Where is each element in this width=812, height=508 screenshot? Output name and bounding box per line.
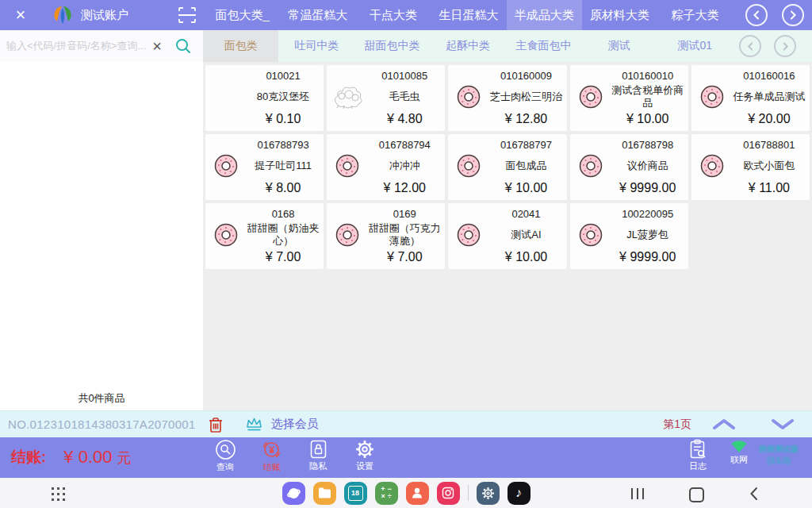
search-input[interactable]: 输入<代码/拼音码/名称>查询... bbox=[0, 39, 151, 53]
product-code: 0168 bbox=[272, 206, 295, 220]
product-code: 010160016 bbox=[743, 67, 795, 82]
category-tab-label: 面包大类_ bbox=[215, 8, 269, 23]
back-nav-icon[interactable] bbox=[749, 487, 758, 501]
product-code: 010160009 bbox=[500, 67, 552, 82]
subcategory-tab-label: 起酥中类 bbox=[446, 39, 490, 53]
product-card[interactable]: 016788798 议价商品 ¥ 9999.00 bbox=[570, 134, 688, 200]
product-card[interactable]: 016788793 提子吐司111 ¥ 8.00 bbox=[205, 134, 324, 200]
product-card[interactable]: 0168 甜甜圈（奶油夹心） ¥ 7.00 bbox=[205, 203, 324, 269]
crown-icon bbox=[245, 417, 263, 432]
product-card[interactable]: 02041 测试AI ¥ 10.00 bbox=[448, 203, 566, 269]
recents-nav-icon[interactable] bbox=[631, 488, 644, 499]
product-code: 016788794 bbox=[379, 137, 431, 151]
category-tab[interactable]: 粽子大类 bbox=[657, 0, 733, 30]
app-drawer-icon[interactable] bbox=[51, 487, 66, 502]
log-button[interactable]: 日志 bbox=[680, 439, 715, 472]
product-code: 016788798 bbox=[622, 137, 673, 151]
query-button[interactable]: 查询 bbox=[205, 439, 246, 473]
product-price: ¥ 10.00 bbox=[505, 250, 547, 267]
product-card[interactable]: 01010085 毛毛虫 ¥ 4.80 bbox=[327, 65, 445, 131]
subcategory-tab-label: 吐司中类 bbox=[294, 39, 339, 53]
calendar-app-icon[interactable]: 18 bbox=[344, 482, 367, 505]
select-member-button[interactable]: 选择会员 bbox=[245, 417, 319, 432]
product-card[interactable]: 010160009 芝士肉松三明治 ¥ 12.80 bbox=[448, 65, 566, 131]
settle-button[interactable]: 结账 bbox=[251, 439, 293, 473]
subcategory-tab[interactable]: 测试01 bbox=[657, 30, 733, 62]
product-name: 芝士肉松三明治 bbox=[490, 90, 562, 103]
product-name: 议价商品 bbox=[627, 160, 668, 172]
cart-panel: 共0件商品 bbox=[0, 62, 203, 410]
product-code: 01010085 bbox=[381, 67, 427, 82]
category-tab[interactable]: 面包大类_ bbox=[205, 0, 280, 30]
subcategory-next-icon[interactable] bbox=[774, 35, 796, 57]
cart-item-count: 共0件商品 bbox=[0, 391, 203, 406]
account-name: 测试账户 bbox=[81, 8, 128, 23]
search-bar: 输入<代码/拼音码/名称>查询... × bbox=[0, 30, 203, 62]
settings-button[interactable]: 设置 bbox=[344, 439, 385, 473]
subcategory-tab[interactable]: 吐司中类 bbox=[278, 30, 354, 62]
product-card[interactable]: 016788801 欧式小面包 ¥ 11.00 bbox=[691, 134, 810, 200]
device-settings-app-icon[interactable] bbox=[477, 482, 500, 505]
product-price: ¥ 12.00 bbox=[384, 181, 426, 198]
category-tab[interactable]: 常温蛋糕大 bbox=[280, 0, 355, 30]
product-image bbox=[329, 152, 366, 183]
subcategory-tab[interactable]: 甜面包中类 bbox=[354, 30, 430, 62]
clear-search-icon[interactable]: × bbox=[152, 38, 162, 54]
browser-app-icon[interactable] bbox=[282, 482, 305, 505]
product-price: ¥ 7.00 bbox=[266, 250, 301, 267]
files-app-icon[interactable] bbox=[313, 482, 336, 505]
product-price: ¥ 8.00 bbox=[266, 181, 301, 198]
product-card[interactable]: 0169 甜甜圈（巧克力薄脆） ¥ 7.00 bbox=[327, 203, 445, 269]
product-name: 欧式小面包 bbox=[743, 160, 795, 172]
product-card[interactable]: 010160010 测试含税单价商品 ¥ 10.00 bbox=[570, 65, 688, 131]
subcategory-tab-label: 测试 bbox=[608, 39, 630, 53]
category-tab[interactable]: 干点大类 bbox=[355, 0, 431, 30]
product-image bbox=[329, 221, 366, 252]
category-prev-icon[interactable] bbox=[745, 4, 768, 26]
product-image bbox=[329, 84, 366, 113]
product-image bbox=[208, 221, 244, 252]
close-icon[interactable]: × bbox=[0, 0, 41, 30]
subcategory-tab[interactable]: 起酥中类 bbox=[430, 30, 505, 62]
category-tab[interactable]: 生日蛋糕大 bbox=[431, 0, 506, 30]
product-price: ¥ 10.00 bbox=[626, 112, 668, 129]
product-name: 甜甜圈（奶油夹心） bbox=[244, 222, 322, 247]
calculator-app-icon[interactable]: +− ×÷ bbox=[375, 482, 398, 505]
page-down-icon[interactable] bbox=[771, 418, 795, 430]
checkout-label: 结账: bbox=[11, 447, 46, 468]
subcategory-tab-label: 甜面包中类 bbox=[365, 39, 420, 53]
page-up-icon[interactable] bbox=[712, 418, 736, 430]
search-icon[interactable] bbox=[174, 37, 192, 55]
clear-order-trash-icon[interactable] bbox=[209, 417, 223, 433]
tiktok-app-icon[interactable]: ♪ bbox=[508, 482, 530, 505]
category-next-icon[interactable] bbox=[782, 4, 804, 26]
caterpillar-sketch-icon bbox=[331, 84, 363, 113]
page-indicator: 第1页 bbox=[663, 418, 691, 432]
category-tab-label: 干点大类 bbox=[370, 8, 417, 23]
privacy-button[interactable]: 隐私 bbox=[297, 439, 339, 473]
product-name: 任务单成品测试 bbox=[733, 90, 805, 103]
product-card[interactable]: 100220095 JL菠萝包 ¥ 9999.00 bbox=[570, 203, 688, 269]
donut-icon bbox=[577, 83, 604, 114]
checkout-actions: 查询 结账 隐私 bbox=[205, 439, 385, 473]
contacts-app-icon[interactable] bbox=[406, 482, 429, 505]
search-circle-icon bbox=[215, 439, 236, 460]
donut-icon bbox=[455, 221, 482, 252]
product-card[interactable]: 016788797 面包成品 ¥ 10.00 bbox=[448, 134, 566, 200]
subcategory-prev-icon[interactable] bbox=[739, 35, 761, 57]
subcategory-tab[interactable]: 面包类 bbox=[203, 30, 278, 62]
camera-app-icon[interactable] bbox=[437, 482, 460, 505]
home-nav-icon[interactable] bbox=[689, 487, 704, 502]
subcategory-tab[interactable]: 测试 bbox=[581, 30, 657, 62]
product-image bbox=[694, 152, 730, 183]
product-card[interactable]: 010160016 任务单成品测试 ¥ 20.00 bbox=[691, 65, 810, 131]
product-name: 面包成品 bbox=[505, 160, 546, 172]
category-tabs: 面包大类_常温蛋糕大干点大类生日蛋糕大半成品大类原材料大类粽子大类 bbox=[205, 0, 733, 30]
product-card[interactable]: 016788794 冲冲冲 ¥ 12.00 bbox=[327, 134, 445, 200]
scan-barcode-icon[interactable] bbox=[178, 6, 197, 24]
subcategory-tab[interactable]: 主食面包中 bbox=[506, 30, 581, 62]
category-tab[interactable]: 半成品大类 bbox=[507, 0, 582, 30]
category-tab[interactable]: 原材料大类 bbox=[582, 0, 657, 30]
product-card[interactable]: 010021 80克汉堡坯 ¥ 0.10 bbox=[205, 65, 324, 131]
settings-gear-icon bbox=[354, 439, 375, 460]
